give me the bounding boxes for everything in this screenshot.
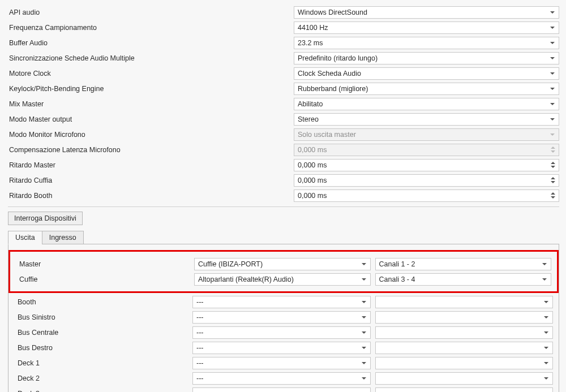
- routing-channel-select[interactable]: [375, 296, 554, 308]
- routing-device-select[interactable]: Cuffie (IBIZA-PORT): [194, 258, 371, 270]
- setting-select[interactable]: Windows DirectSound: [294, 6, 559, 19]
- routing-row: Deck 1---: [14, 355, 553, 371]
- routing-channel-select[interactable]: [375, 311, 554, 324]
- chevron-down-icon: [550, 88, 555, 90]
- routing-device-select[interactable]: ---: [192, 311, 371, 324]
- setting-row: Ritardo Master0,000 ms: [8, 157, 559, 173]
- routing-channel-select[interactable]: Canali 3 - 4: [375, 273, 552, 286]
- routing-label: Deck 2: [14, 374, 192, 382]
- tabs-container: Uscita Ingresso: [8, 231, 559, 244]
- setting-numeric[interactable]: 0,000 ms: [294, 159, 559, 171]
- spinner-icon: [549, 191, 557, 200]
- setting-row: Motore ClockClock Scheda Audio: [8, 66, 559, 81]
- chevron-down-icon: [362, 263, 366, 265]
- routing-channel-select[interactable]: [375, 372, 554, 385]
- setting-label: Buffer Audio: [8, 39, 294, 47]
- spinner-icon: [549, 145, 557, 154]
- chevron-down-icon: [542, 278, 547, 281]
- routing-channel-select[interactable]: [375, 357, 554, 369]
- routing-channel-select[interactable]: [375, 326, 554, 339]
- setting-row: Keylock/Pitch-Bending EngineRubberband (…: [8, 81, 559, 96]
- setting-select: Solo uscita master: [294, 128, 559, 141]
- setting-row: Modo Master outputStereo: [8, 111, 559, 127]
- setting-label: Compensazione Latenza Microfono: [8, 146, 294, 154]
- routing-device-select[interactable]: ---: [192, 387, 371, 393]
- chevron-down-icon: [550, 133, 555, 136]
- divider: [8, 206, 559, 207]
- settings-container: API audioWindows DirectSoundFrequenza Ca…: [8, 5, 559, 203]
- routing-device-select[interactable]: ---: [192, 372, 371, 385]
- setting-label: Modo Monitor Microfono: [8, 131, 294, 139]
- routing-device-select[interactable]: ---: [192, 326, 371, 339]
- routing-label: Bus Destro: [14, 344, 192, 352]
- routing-label: Master: [16, 260, 194, 268]
- chevron-down-icon: [362, 377, 366, 380]
- setting-select[interactable]: Abilitato: [294, 98, 559, 110]
- routing-row: Deck 3---: [14, 386, 553, 392]
- setting-numeric[interactable]: 0,000 ms: [294, 189, 559, 202]
- setting-row: Compensazione Latenza Microfono0,000 ms: [8, 142, 559, 157]
- chevron-down-icon: [544, 362, 548, 364]
- setting-row: Modo Monitor MicrofonoSolo uscita master: [8, 127, 559, 142]
- spinner-icon: [549, 176, 557, 185]
- routing-device-select[interactable]: ---: [192, 296, 371, 308]
- setting-select[interactable]: 44100 Hz: [294, 21, 559, 34]
- tab-input[interactable]: Ingresso: [42, 231, 84, 244]
- routing-device-select[interactable]: ---: [192, 357, 371, 369]
- routing-label: Deck 3: [14, 390, 192, 393]
- tab-output[interactable]: Uscita: [8, 231, 42, 244]
- routing-row: Bus Sinistro---: [14, 309, 553, 325]
- setting-select[interactable]: Clock Scheda Audio: [294, 67, 559, 80]
- routing-device-select[interactable]: Altoparlanti (Realtek(R) Audio): [194, 273, 371, 286]
- setting-select[interactable]: Rubberband (migliore): [294, 83, 559, 95]
- chevron-down-icon: [362, 301, 366, 303]
- chevron-down-icon: [544, 301, 548, 303]
- chevron-down-icon: [550, 103, 555, 105]
- setting-select[interactable]: 23.2 ms: [294, 37, 559, 49]
- routing-label: Booth: [14, 298, 192, 306]
- chevron-down-icon: [550, 57, 555, 59]
- setting-row: Ritardo Cuffia0,000 ms: [8, 173, 559, 188]
- routing-label: Deck 1: [14, 359, 192, 367]
- setting-row: Frequenza Campionamento44100 Hz: [8, 20, 559, 35]
- setting-numeric[interactable]: 0,000 ms: [294, 174, 559, 187]
- setting-numeric: 0,000 ms: [294, 144, 559, 156]
- setting-label: Ritardo Booth: [8, 192, 294, 200]
- setting-row: Mix MasterAbilitato: [8, 96, 559, 111]
- setting-label: API audio: [8, 8, 294, 16]
- setting-label: Frequenza Campionamento: [8, 24, 294, 32]
- routing-row: Booth---: [14, 294, 553, 309]
- setting-label: Mix Master: [8, 100, 294, 108]
- setting-row: API audioWindows DirectSound: [8, 5, 559, 20]
- routing-channel-select[interactable]: Canali 1 - 2: [375, 258, 552, 270]
- routing-row: Bus Destro---: [14, 340, 553, 355]
- setting-row: Sincronizzazione Schede Audio MultiplePr…: [8, 50, 559, 66]
- setting-label: Ritardo Master: [8, 161, 294, 169]
- setting-select[interactable]: Stereo: [294, 113, 559, 126]
- chevron-down-icon: [544, 331, 548, 334]
- routing-device-select[interactable]: ---: [192, 342, 371, 354]
- chevron-down-icon: [544, 316, 548, 318]
- query-devices-button[interactable]: Interroga Dispositivi: [8, 212, 83, 225]
- setting-select[interactable]: Predefinito (ritardo lungo): [294, 52, 559, 64]
- routing-panel: MasterCuffie (IBIZA-PORT)Canali 1 - 2Cuf…: [8, 244, 559, 392]
- chevron-down-icon: [362, 316, 366, 318]
- chevron-down-icon: [362, 278, 366, 281]
- setting-label: Ritardo Cuffia: [8, 176, 294, 184]
- routing-channel-select[interactable]: [375, 387, 554, 393]
- routing-row: Bus Centrale---: [14, 325, 553, 340]
- chevron-down-icon: [550, 27, 555, 29]
- routing-channel-select[interactable]: [375, 342, 554, 354]
- chevron-down-icon: [550, 42, 555, 44]
- chevron-down-icon: [550, 72, 555, 75]
- routing-label: Cuffie: [16, 275, 194, 283]
- chevron-down-icon: [544, 377, 548, 380]
- setting-row: Ritardo Booth0,000 ms: [8, 188, 559, 203]
- chevron-down-icon: [544, 347, 548, 349]
- chevron-down-icon: [550, 118, 555, 120]
- setting-label: Keylock/Pitch-Bending Engine: [8, 85, 294, 93]
- setting-label: Sincronizzazione Schede Audio Multiple: [8, 54, 294, 62]
- chevron-down-icon: [362, 331, 366, 334]
- routing-row: CuffieAltoparlanti (Realtek(R) Audio)Can…: [16, 272, 551, 287]
- chevron-down-icon: [362, 362, 366, 364]
